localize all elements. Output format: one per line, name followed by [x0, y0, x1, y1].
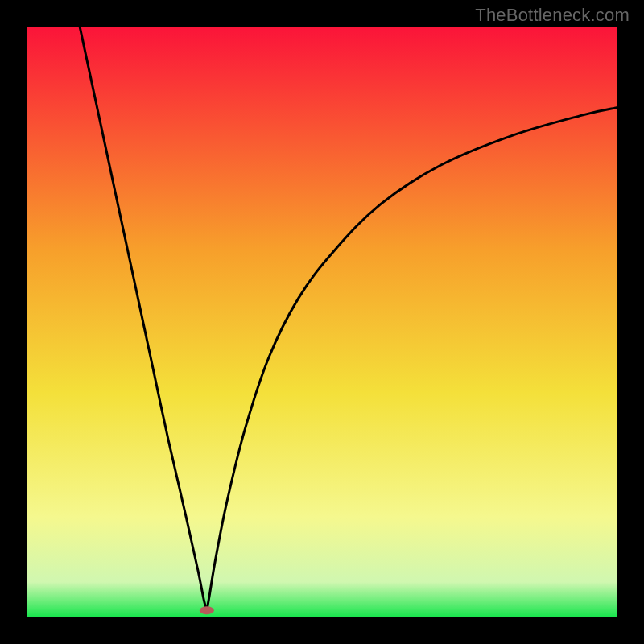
chart-frame: TheBottleneck.com [0, 0, 644, 644]
chart-svg [27, 27, 617, 617]
chart-plot-area [27, 27, 617, 617]
watermark-text: TheBottleneck.com [475, 5, 630, 26]
minimum-marker [200, 606, 214, 614]
chart-background [27, 27, 617, 617]
